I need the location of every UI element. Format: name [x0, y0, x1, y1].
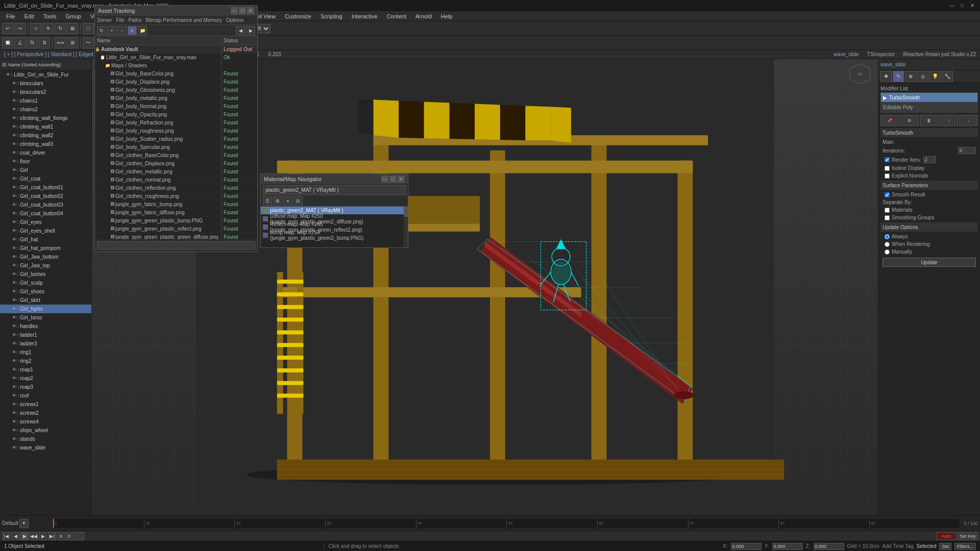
at-add-btn[interactable]: +	[107, 26, 116, 35]
tree-item-girl-eyes-shell[interactable]: 👁□Girl_eyes_shell	[0, 227, 91, 235]
visibility-icon[interactable]: 👁	[12, 194, 16, 198]
tree-item-chains2[interactable]: 👁□chains2	[0, 105, 91, 114]
manually-radio[interactable]	[885, 249, 890, 255]
tree-item-girl-jaw-bottom[interactable]: 👁□Girl_Jaw_bottom	[0, 253, 91, 261]
turbosmooth-header[interactable]: TurboSmooth	[880, 128, 978, 137]
angle-snap-btn[interactable]: ∠	[14, 37, 26, 48]
z-coord[interactable]	[814, 543, 844, 550]
auto-key-btn[interactable]: Auto	[936, 532, 957, 540]
tree-item-ladder1[interactable]: 👁□ladder1	[0, 331, 91, 339]
tree-item-girl-coat-button02[interactable]: 👁□Girl_coat_button02	[0, 192, 91, 201]
menu-item-tools[interactable]: Tools	[39, 11, 61, 21]
iterations-input[interactable]	[958, 147, 976, 154]
mn-scrollbar-thumb[interactable]	[404, 207, 408, 217]
visibility-icon[interactable]: 👁	[12, 246, 16, 251]
visibility-icon[interactable]: 👁	[12, 419, 16, 424]
update-options-header[interactable]: Update Options	[880, 222, 978, 232]
go-start-btn[interactable]: |◀	[2, 532, 10, 540]
current-frame-input[interactable]	[66, 532, 84, 540]
at-active-btn[interactable]: A	[128, 26, 137, 35]
visibility-icon[interactable]: 👁	[12, 367, 16, 372]
prev-frame-btn[interactable]: ◀	[11, 532, 19, 540]
surface-params-header[interactable]: Surface Parameters	[880, 181, 978, 190]
tree-item-roof[interactable]: 👁□roof	[0, 391, 91, 400]
tree-item-ring2[interactable]: 👁□ring2	[0, 357, 91, 365]
move-up-btn[interactable]: ↑	[940, 115, 959, 126]
at-max-btn[interactable]: □	[239, 7, 246, 14]
tree-item-stands[interactable]: 👁□stands	[0, 435, 91, 443]
visibility-icon[interactable]: 👁	[12, 203, 16, 207]
editable-poly-modifier[interactable]: Editable Poly	[881, 103, 977, 112]
visibility-icon[interactable]: 👁	[12, 211, 16, 216]
tree-item-coat-driver[interactable]: 👁□coat_driver	[0, 148, 91, 157]
mn-max-btn[interactable]: □	[389, 176, 397, 183]
tree-item-climbing-wall3[interactable]: 👁□climbing_wall3	[0, 140, 91, 148]
tree-item-floor[interactable]: 👁□floor	[0, 157, 91, 166]
filters-btn[interactable]: Filters...	[954, 543, 976, 550]
display-tab[interactable]: 💡	[929, 71, 941, 82]
tree-item-chains1[interactable]: 👁□chains1	[0, 96, 91, 105]
at-menu-bitmap-performance-and-memory[interactable]: Bitmap Performance and Memory	[145, 17, 222, 23]
menu-item-scripting[interactable]: Scripting	[316, 11, 347, 21]
tree-item-girl-coat-button03[interactable]: 👁□Girl_coat_button03	[0, 201, 91, 209]
maximize-btn[interactable]: □	[959, 2, 966, 9]
at-row-23[interactable]: 🖼 jungle_gym_green_plastic_green_diffuse…	[95, 233, 257, 239]
set-key-btn[interactable]: Set Key	[958, 532, 978, 540]
smooth-result-check[interactable]	[885, 192, 890, 197]
visibility-icon[interactable]: 👁	[12, 116, 16, 120]
tree-item-roap3[interactable]: 👁□roap3	[0, 383, 91, 391]
when-rendering-radio[interactable]	[885, 242, 890, 247]
set-btn[interactable]: Set	[939, 543, 951, 550]
mirror-btn[interactable]: ⟺	[55, 37, 66, 48]
mn-list-btn[interactable]: ☰	[263, 196, 272, 206]
tree-item-roap2[interactable]: 👁□roap2	[0, 374, 91, 383]
mn-scrollbar[interactable]	[404, 207, 408, 247]
tree-item-girl-shoes[interactable]: 👁□Girl_shoes	[0, 287, 91, 296]
visibility-icon[interactable]: 👁	[12, 142, 16, 146]
visibility-icon[interactable]: 👁	[12, 350, 16, 355]
menu-item-content[interactable]: Content	[382, 11, 410, 21]
ts-inspector[interactable]: TSInspector	[867, 52, 895, 57]
mn-body[interactable]: plastic_green2_MAT ( VRayMtl )Diffuse ma…	[261, 207, 408, 247]
visibility-icon[interactable]: 👁	[12, 307, 16, 311]
visibility-icon[interactable]: 👁	[12, 220, 16, 224]
visibility-icon[interactable]: 👁	[12, 437, 16, 441]
at-refresh-btn[interactable]: ↻	[97, 26, 106, 35]
mn-controls[interactable]: — □ ✕	[381, 176, 405, 183]
viewport-cube[interactable]: 3D	[847, 61, 873, 88]
at-min-btn[interactable]: —	[231, 7, 238, 14]
at-table-body[interactable]: 🔒 Autodesk VaultLogged Out📋 Little_Girl_…	[95, 45, 257, 239]
visibility-icon[interactable]: 👁	[12, 263, 16, 268]
materials-check[interactable]	[885, 208, 890, 213]
visibility-icon[interactable]: 👁	[12, 445, 16, 450]
visibility-icon[interactable]: 👁	[12, 428, 16, 433]
mn-row-3[interactable]: bump map: Map #253 (jungle_gym_plastic_g…	[261, 231, 408, 239]
window-controls[interactable]: — □ ✕	[948, 2, 976, 9]
visibility-icon[interactable]: 👁	[12, 298, 16, 303]
next-frame-btn[interactable]: ▶	[39, 532, 47, 540]
align-btn[interactable]: ⊞	[67, 37, 78, 48]
visibility-icon[interactable]: 👁	[12, 133, 16, 138]
minimize-btn[interactable]: —	[948, 2, 955, 9]
menu-item-customize[interactable]: Customize	[281, 11, 315, 21]
tree-item-girl-torso[interactable]: 👁□Girl_torso	[0, 313, 91, 322]
create-tab[interactable]: ✚	[880, 71, 892, 82]
mn-title[interactable]: Material/Map Navigator — □ ✕	[261, 174, 408, 184]
at-dialog-title[interactable]: Asset Tracking — □ ✕	[95, 6, 257, 16]
visibility-icon[interactable]: 👁	[12, 272, 16, 277]
visibility-icon[interactable]: 👁	[12, 333, 16, 337]
isoline-check[interactable]	[885, 166, 890, 171]
tree-item-screws1[interactable]: 👁□screws1	[0, 400, 91, 409]
pin-stack-btn[interactable]: 📌	[880, 115, 899, 126]
smoothing-groups-check[interactable]	[885, 215, 890, 220]
tree-item-girl-coat-button04[interactable]: 👁□Girl_coat_button04	[0, 209, 91, 218]
at-remove-btn[interactable]: −	[117, 26, 127, 35]
visibility-icon[interactable]: 👁	[12, 411, 16, 415]
at-menu-server[interactable]: Server	[97, 17, 112, 23]
visibility-icon[interactable]: 👁	[12, 376, 16, 381]
update-button[interactable]: Update	[883, 258, 976, 267]
y-coord[interactable]	[772, 543, 803, 550]
at-menu-file[interactable]: File	[116, 17, 124, 23]
tree-item-climbing-wall-fixings[interactable]: 👁□climbing_wall_fixings	[0, 114, 91, 122]
tree-item-roap1[interactable]: 👁□roap1	[0, 365, 91, 374]
